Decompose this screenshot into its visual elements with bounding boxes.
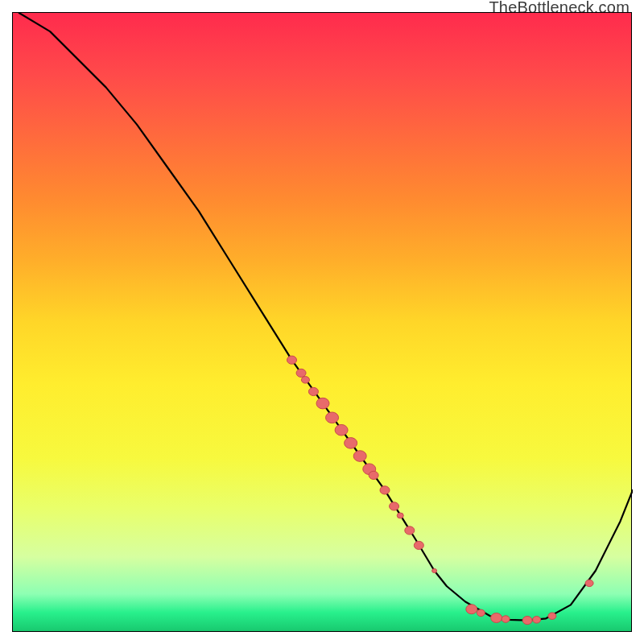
data-marker [380,486,390,494]
data-marker [287,356,297,364]
data-marker [466,605,477,614]
data-markers [287,356,594,625]
data-marker [414,541,423,549]
data-marker [369,471,378,479]
data-curve [19,13,633,621]
data-marker [296,369,306,377]
data-marker [502,616,510,623]
data-marker [585,580,593,587]
data-marker [491,613,502,623]
data-marker [316,398,329,409]
data-marker [432,568,437,572]
data-marker [405,526,415,535]
data-marker [335,424,348,436]
data-marker [326,412,339,423]
data-marker [345,438,357,449]
chart-container: TheBottleneck.com [0,0,644,644]
data-marker [522,617,532,625]
data-marker [533,617,541,624]
data-marker [308,387,318,395]
data-marker [548,613,556,620]
data-marker [390,502,399,510]
plot-area [12,12,632,632]
data-marker [301,377,309,384]
data-marker [397,513,403,518]
data-marker [353,451,366,462]
data-marker [477,609,485,617]
curve-svg [13,13,633,633]
